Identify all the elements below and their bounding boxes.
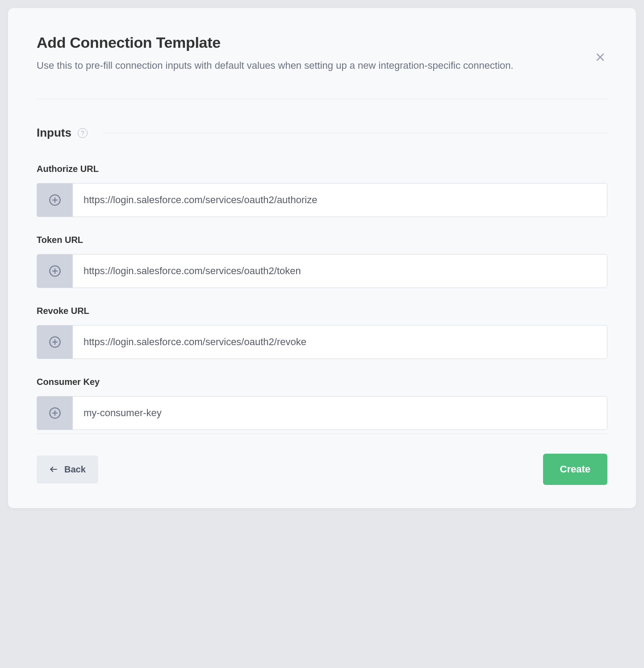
authorize-url-input-row — [37, 183, 607, 217]
token-url-label: Token URL — [37, 235, 607, 245]
token-url-input-row — [37, 254, 607, 288]
help-icon[interactable]: ? — [78, 128, 88, 138]
revoke-url-add-button[interactable] — [37, 325, 72, 359]
modal-title: Add Connection Template — [37, 34, 575, 51]
inputs-section-header: Inputs ? — [37, 126, 607, 140]
close-icon — [595, 52, 606, 63]
plus-circle-icon — [49, 194, 61, 206]
plus-circle-icon — [49, 407, 61, 419]
modal-subtitle: Use this to pre-fill connection inputs w… — [37, 58, 575, 74]
consumer-key-input-row — [37, 396, 607, 430]
authorize-url-add-button[interactable] — [37, 183, 72, 217]
authorize-url-input[interactable] — [72, 183, 607, 217]
consumer-key-add-button[interactable] — [37, 396, 72, 430]
close-button[interactable] — [593, 50, 607, 66]
consumer-key-field: Consumer Key — [37, 377, 607, 434]
back-button-label: Back — [64, 464, 86, 475]
authorize-url-label: Authorize URL — [37, 164, 607, 174]
revoke-url-input-row — [37, 325, 607, 359]
revoke-url-label: Revoke URL — [37, 306, 607, 316]
back-button[interactable]: Back — [37, 455, 98, 484]
modal-header: Add Connection Template Use this to pre-… — [37, 34, 607, 99]
plus-circle-icon — [49, 336, 61, 348]
token-url-add-button[interactable] — [37, 254, 72, 288]
modal-footer: Back Create — [37, 454, 607, 485]
authorize-url-field: Authorize URL — [37, 164, 607, 217]
token-url-input[interactable] — [72, 254, 607, 288]
create-button[interactable]: Create — [543, 454, 607, 485]
modal-header-text: Add Connection Template Use this to pre-… — [37, 34, 593, 74]
token-url-field: Token URL — [37, 235, 607, 288]
revoke-url-input[interactable] — [72, 325, 607, 359]
consumer-key-input[interactable] — [72, 396, 607, 430]
plus-circle-icon — [49, 265, 61, 277]
arrow-left-icon — [49, 465, 58, 474]
section-divider — [103, 133, 607, 133]
revoke-url-field: Revoke URL — [37, 306, 607, 359]
consumer-key-label: Consumer Key — [37, 377, 607, 387]
inputs-section-title: Inputs — [37, 126, 71, 140]
add-connection-template-modal: Add Connection Template Use this to pre-… — [8, 8, 636, 508]
